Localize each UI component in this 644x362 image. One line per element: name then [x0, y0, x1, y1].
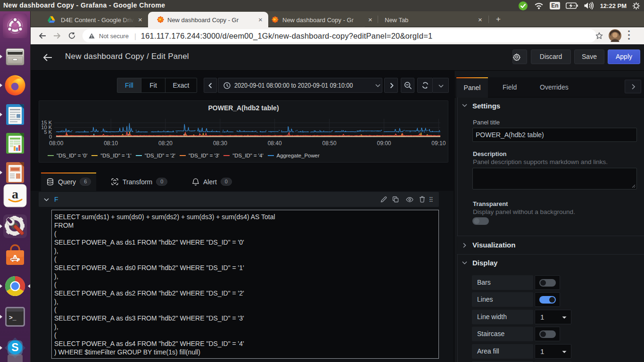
svg-text:S: S [11, 341, 18, 354]
svg-text:>_: >_ [9, 314, 17, 321]
svg-text:08:20: 08:20 [158, 140, 173, 147]
svg-text:08:40: 08:40 [268, 140, 282, 147]
svg-text:09:10: 09:10 [431, 140, 446, 147]
svg-text:08:10: 08:10 [104, 140, 118, 147]
svg-text:0: 0 [49, 134, 52, 140]
svg-text:09:00: 09:00 [377, 140, 391, 147]
svg-text:a: a [12, 187, 18, 201]
svg-text:08:00: 08:00 [49, 140, 63, 147]
svg-text:08:50: 08:50 [322, 140, 337, 147]
svg-text:08:30: 08:30 [213, 140, 227, 147]
